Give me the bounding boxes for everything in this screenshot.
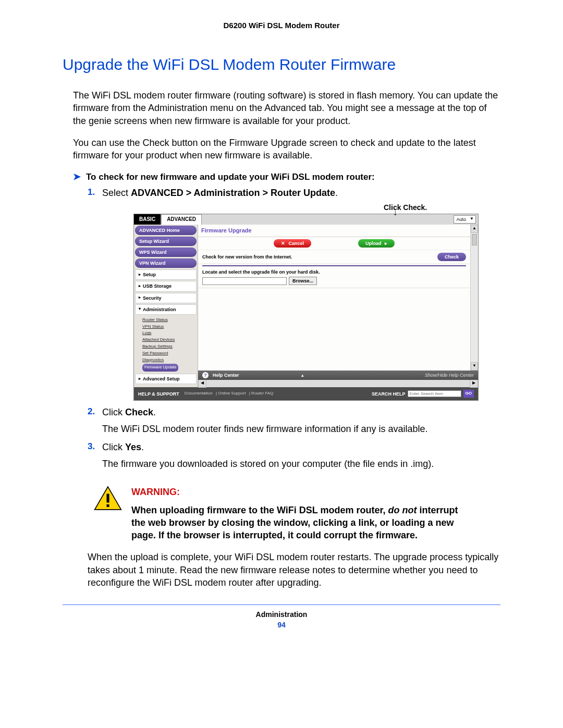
warning-label: WARNING: [131,486,465,498]
help-support-label: HELP & SUPPORT [138,391,179,397]
outro-paragraph: When the upload is complete, your WiFi D… [63,551,500,589]
sidebar-item-diagnostics[interactable]: Diagnostics [142,357,197,364]
sidebar-wps-wizard[interactable]: WPS Wizard [135,248,197,257]
tab-advanced[interactable]: ADVANCED [161,214,202,225]
doc-header: D6200 WiFi DSL Modem Router [63,21,500,30]
sidebar-item-vpn-status[interactable]: VPN Status [142,324,197,330]
step-1: 1. Select ADVANCED > Administration > Ro… [88,187,500,401]
help-center-label: Help Center [213,372,239,378]
step-3-description: The firmware you downloaded is stored on… [102,458,500,470]
step-1-prefix: Select [102,188,131,198]
scroll-up-icon[interactable]: ▲ [471,225,478,233]
sidebar-admin-items: Router Status VPN Status Logs Attached D… [135,316,197,374]
locate-file-label: Locate and select the upgrade file on yo… [202,269,466,275]
sidebar-setup-wizard[interactable]: Setup Wizard [135,237,197,246]
warning-block: WARNING: When uploading firmware to the … [94,486,500,541]
procedure-heading: ➤ To check for new firmware and update y… [73,171,500,182]
link-documentation[interactable]: Documentation [185,391,213,396]
search-help-label: SEARCH HELP [372,391,406,397]
page-heading: Upgrade the WiFi DSL Modem Router Firmwa… [63,56,500,73]
help-icon: ? [202,372,209,378]
intro-para-2: You can use the Check button on the Firm… [63,137,500,162]
cancel-button[interactable]: ✕Cancel [274,239,311,248]
procedure-arrow-icon: ➤ [73,171,81,182]
scroll-down-icon[interactable]: ▼ [471,362,478,371]
footer-page-number: 94 [63,621,500,629]
intro-para-1: The WiFi DSL modem router firmware (rout… [63,89,500,127]
main-panel: Firmware Upgrade ✕Cancel Upload▸ Check f… [198,225,478,388]
sidebar-section-administration[interactable]: Administration [135,304,197,315]
check-version-label: Check for new version from the Internet. [202,254,292,260]
sidebar-advanced-home[interactable]: ADVANCED Home [135,226,197,235]
panel-title: Firmware Upgrade [198,225,470,237]
auto-select[interactable]: Auto [454,214,478,225]
step-1-suffix: . [335,188,338,198]
sidebar-item-firmware-update[interactable]: Firmware Update [142,364,178,372]
horizontal-scrollbar[interactable]: ◀ ▶ [198,380,478,387]
sidebar-section-setup[interactable]: Setup [135,269,197,280]
close-x-icon: ✕ [281,240,285,246]
browse-button[interactable]: Browse... [289,277,317,285]
scroll-left-icon[interactable]: ◀ [198,379,206,388]
footer-bar: HELP & SUPPORT Documentation | Online Su… [134,387,478,400]
tab-basic[interactable]: BASIC [134,214,161,225]
help-expand-icon[interactable]: ▴ [301,372,304,378]
sidebar-item-backup-settings[interactable]: Backup Settings [142,343,197,350]
procedure-title: To check for new firmware and update you… [86,172,375,182]
link-router-faq[interactable]: Router FAQ [251,391,273,396]
check-button[interactable]: Check [437,253,466,261]
help-toggle-label[interactable]: Show/Hide Help Center [425,372,474,378]
vertical-scrollbar[interactable]: ▲ ▼ [470,225,478,371]
sidebar-section-advanced-setup[interactable]: Advanced Setup [135,374,197,384]
firmware-upgrade-screenshot: ↓ BASIC ADVANCED Auto ADVANCED Home Setu… [133,214,479,401]
sidebar-vpn-wizard[interactable]: VPN Wizard [135,258,197,268]
callout-label: Click Check. [384,203,500,213]
step-2: 2. Click Check. The WiFi DSL modem route… [88,406,500,436]
link-online-support[interactable]: Online Support [218,391,246,396]
svg-rect-1 [106,494,109,503]
sidebar: ADVANCED Home Setup Wizard WPS Wizard VP… [134,225,198,388]
step-1-path: ADVANCED > Administration > Router Updat… [131,188,335,198]
step-number: 2. [88,406,95,418]
scroll-right-icon[interactable]: ▶ [470,379,478,388]
warning-triangle-icon [94,486,122,541]
file-path-input[interactable] [202,277,287,285]
upload-arrow-icon: ▸ [385,240,387,246]
sidebar-item-attached-devices[interactable]: Attached Devices [142,337,197,343]
sidebar-item-router-status[interactable]: Router Status [142,317,197,324]
step-number: 1. [88,187,95,199]
svg-rect-2 [106,504,109,507]
search-help-input[interactable] [408,390,461,397]
footer-rule [63,604,500,605]
help-center-bar[interactable]: ? Help Center ▴ Show/Hide Help Center [198,371,478,380]
step-number: 3. [88,441,95,453]
sidebar-item-logs[interactable]: Logs [142,330,197,337]
step-2-description: The WiFi DSL modem router finds new firm… [102,423,500,435]
footer-section: Administration [63,610,500,619]
upload-button[interactable]: Upload▸ [358,239,395,248]
search-go-button[interactable]: GO [463,390,474,398]
callout-arrow-icon: ↓ [393,207,397,218]
warning-emphasis: do not [388,505,417,515]
warning-text-a: When uploading firmware to the WiFi DSL … [131,505,388,515]
sidebar-section-security[interactable]: Security [135,293,197,303]
step-3: 3. Click Yes. The firmware you downloade… [88,441,500,471]
sidebar-item-set-password[interactable]: Set Password [142,350,197,357]
sidebar-section-usb[interactable]: USB Storage [135,281,197,291]
tab-bar: BASIC ADVANCED Auto [134,214,478,225]
